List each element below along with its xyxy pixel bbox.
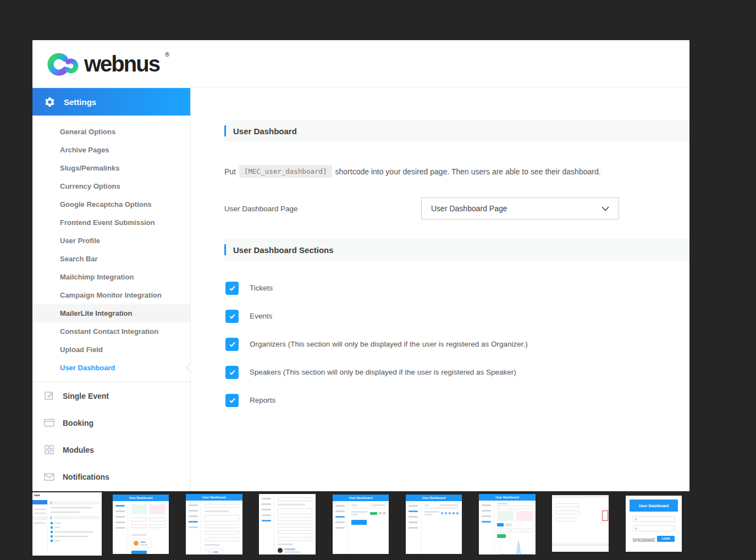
sidebar-item-constant-contact[interactable]: Constant Contact Integration (32, 322, 191, 341)
thumb-nav-item (262, 514, 271, 516)
reports-checkbox[interactable] (225, 394, 239, 407)
thumb-nav-item (335, 505, 345, 507)
thumb-nav-item (335, 510, 345, 512)
thumbnail-annotated-form[interactable] (552, 495, 609, 552)
thumb-check-row (51, 522, 100, 524)
thumb-decor-line (213, 554, 220, 555)
thumbnail-dashboard-profile[interactable]: User Dashboard (113, 495, 169, 554)
sidebar-item-campaign-monitor[interactable]: Campaign Monitor Integration (32, 286, 191, 304)
thumb-header: User Dashboard (479, 494, 536, 501)
thumb-input (555, 503, 580, 507)
section-header-user-dashboard: User Dashboard (224, 120, 689, 142)
logo-text: webnus (84, 50, 159, 78)
sidebar-section-booking[interactable]: Booking (32, 409, 191, 436)
thumb-input (555, 510, 580, 514)
sidebar-item-currency-options[interactable]: Currency Options (32, 177, 191, 195)
thumb-nav-item (189, 526, 198, 528)
thumbnail-dashboard-organizer-form[interactable]: User Dashboard (186, 494, 242, 554)
thumb-content (51, 501, 100, 544)
sidebar-section-notifications[interactable]: Notifications (32, 463, 191, 490)
thumb-checkbox (51, 540, 53, 542)
thumb-decor-line (131, 534, 147, 536)
thumbnail-dashboard-events[interactable]: User Dashboard (333, 495, 389, 554)
thumb-field-row (131, 518, 165, 524)
thumb-avatar (278, 548, 283, 553)
thumb-body (113, 501, 169, 554)
sidebar-item-mailchimp[interactable]: Mailchimp Integration (32, 268, 191, 286)
sidebar-item-user-profile[interactable]: User Profile (32, 232, 191, 250)
thumb-nav-item (482, 510, 491, 512)
main-content: User Dashboard Put [MEC_user_dashboard] … (191, 88, 689, 491)
settings-page-card: webnus ® Settings General Options Archiv… (32, 40, 689, 491)
thumb-decor-line (32, 517, 47, 520)
thumb-body (479, 501, 536, 554)
sidebar-header-settings[interactable]: Settings (32, 88, 191, 116)
shortcode-snippet: [MEC_user_dashboard] (239, 165, 332, 178)
sidebar-item-upload-field[interactable]: Upload Field (32, 341, 191, 359)
thumb-pill-blue (497, 523, 504, 526)
thumb-icon (383, 512, 385, 514)
section-header-dashboard-sections: User Dashboard Sections (224, 239, 689, 261)
sidebar-section-modules[interactable]: Modules (32, 436, 191, 463)
dashboard-page-label: User Dashboard Page (224, 205, 421, 213)
thumb-input (278, 497, 312, 501)
thumb-status-badge (370, 512, 377, 515)
thumb-nav-item (115, 527, 125, 529)
dashboard-sections-checklist: Tickets Events Organizers (This section … (225, 274, 689, 414)
thumb-icon (441, 512, 443, 514)
thumb-sidebar (32, 499, 48, 556)
thumb-nav-item (409, 505, 418, 507)
sidebar-item-user-dashboard[interactable]: User Dashboard (32, 359, 191, 377)
sidebar-item-frontend-event-submission[interactable]: Frontend Event Submission (32, 213, 191, 232)
grid-icon (43, 444, 54, 455)
speakers-checkbox[interactable] (225, 366, 239, 379)
thumb-icon (456, 512, 459, 514)
thumb-ticket-row (424, 511, 459, 515)
thumbnail-dashboard-reports[interactable]: User Dashboard (479, 494, 536, 554)
thumb-decor-line (54, 540, 60, 541)
sidebar-item-archive-pages[interactable]: Archive Pages (32, 141, 191, 159)
thumbnail-dashboard-tickets[interactable]: User Dashboard (406, 495, 462, 554)
thumb-body (186, 501, 242, 554)
thumb-header: User Dashboard (186, 494, 242, 501)
thumb-nav-item (262, 520, 271, 521)
thumbnail-settings-page[interactable]: nus (32, 492, 102, 556)
thumb-decor-line (351, 504, 357, 506)
sidebar-item-google-recaptcha[interactable]: Google Recaptcha Options (32, 195, 191, 213)
thumb-input (205, 504, 239, 508)
sidebar-item-search-bar[interactable]: Search Bar (32, 250, 191, 268)
organizers-checkbox[interactable] (225, 338, 239, 351)
edit-icon (43, 391, 54, 402)
thumb-decor-line (424, 504, 429, 506)
sidebar-item-general-options[interactable]: General Options (32, 123, 191, 141)
speakers-label: Speakers (This section will only be disp… (250, 368, 516, 376)
thumbnail-dashboard-speaker-form[interactable] (259, 494, 316, 554)
tickets-label: Tickets (250, 284, 273, 292)
dashboard-page-select[interactable]: User Dashboard Page (421, 197, 619, 219)
screen: webnus ® Settings General Options Archiv… (0, 0, 756, 560)
sidebar-item-mailerlite[interactable]: MailerLite Integration (32, 304, 191, 322)
select-value: User Dashboard Page (431, 204, 507, 213)
thumb-avatar-row (278, 548, 312, 553)
thumb-decor-line (54, 536, 89, 537)
thumb-logo-text: nus (34, 493, 40, 497)
gear-icon (44, 96, 56, 108)
thumb-content (348, 501, 389, 554)
person-icon (635, 518, 637, 520)
thumb-content (552, 498, 609, 530)
events-label: Events (250, 312, 272, 320)
events-checkbox[interactable] (225, 310, 239, 323)
thumb-toggle-buttons (497, 523, 533, 526)
thumb-decor-line (213, 551, 219, 553)
sidebar-section-single-event[interactable]: Single Event (32, 382, 191, 409)
thumb-nav-item (262, 498, 271, 499)
shortcode-prefix: Put (224, 167, 236, 176)
settings-label: Settings (64, 97, 96, 107)
tickets-checkbox[interactable] (225, 282, 239, 295)
sidebar-item-slugs-permalinks[interactable]: Slugs/Permalinks (32, 159, 191, 177)
thumbnail-dashboard-login[interactable]: User Dashboard Forgot Password? LOGIN (626, 496, 682, 552)
thumb-icon (453, 512, 455, 514)
thumb-sidebar (259, 494, 274, 554)
check-icon (228, 312, 236, 320)
thumb-divider (424, 508, 459, 508)
